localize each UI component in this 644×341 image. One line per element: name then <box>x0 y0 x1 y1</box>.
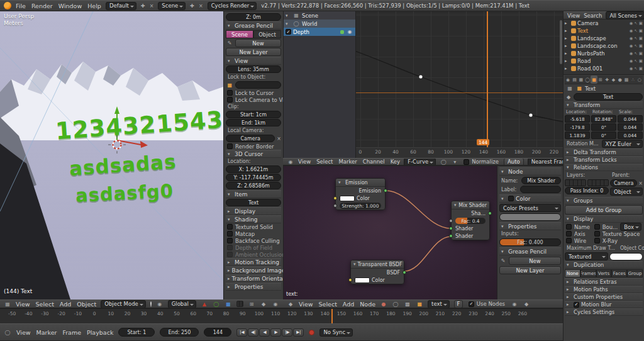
viewport-shading-icon[interactable] <box>150 301 152 307</box>
bounds-type-select[interactable]: Box <box>620 223 641 231</box>
channel-scene[interactable]: ▾▦Scene <box>284 11 355 20</box>
node-color-swatch[interactable] <box>499 213 561 221</box>
menu-item[interactable]: Frame <box>62 329 81 336</box>
outliner-display-select[interactable]: All Scenes <box>606 11 644 20</box>
record-icon[interactable] <box>309 330 314 335</box>
duplication-option[interactable]: Verts <box>596 269 612 277</box>
transport-button[interactable]: |▶ <box>282 328 292 337</box>
renderability-icon[interactable]: ▣ <box>639 51 643 56</box>
collapsed-panel-header[interactable]: ▸Transform Orientations <box>226 274 281 282</box>
grease-pencil-panel-header[interactable]: ▾Grease Pencil <box>499 247 561 255</box>
grease-scene-tab[interactable]: Scene <box>226 30 253 38</box>
add-to-group-button[interactable]: Add to Group <box>565 205 643 215</box>
z-field[interactable]: Z: 0m <box>226 13 281 21</box>
menu-item[interactable]: View <box>299 301 313 308</box>
selectability-icon[interactable]: ↖ <box>634 43 637 48</box>
timeline-ruler[interactable]: -50-40-30-20-100102030405060708090100110… <box>0 308 563 323</box>
bounds-checkbox[interactable]: Bou...Box <box>593 223 643 230</box>
outliner-view-menu[interactable]: View <box>567 13 580 19</box>
constraints-tab[interactable]: ⊞ <box>597 75 604 84</box>
screen-layout-select[interactable]: Default <box>106 2 136 10</box>
graph-mode-select[interactable]: F-Curve <box>404 158 436 165</box>
use-color-checkbox[interactable] <box>508 196 514 201</box>
render-engine-select[interactable]: Cycles Render <box>208 2 257 10</box>
layers-widget[interactable] <box>236 301 243 307</box>
graph-editor-canvas[interactable]: 144 020406080100120140160180200220 <box>355 11 563 158</box>
menu-item[interactable]: View <box>16 329 31 336</box>
render-tab[interactable]: ◉ <box>565 75 571 84</box>
menu-item[interactable]: Marker <box>36 329 57 336</box>
texture-tab[interactable]: ▩ <box>623 75 630 84</box>
modifiers-tab[interactable]: ✚ <box>604 75 610 84</box>
collapsed-panel-header[interactable]: ▸✓Relations Extras <box>565 278 643 286</box>
current-frame-line[interactable] <box>487 11 488 158</box>
scale-z-field[interactable]: 0.044 <box>618 131 643 139</box>
renderability-icon[interactable]: ▣ <box>639 59 643 64</box>
menu-item[interactable]: Key <box>391 159 400 165</box>
layers-grid-right[interactable] <box>587 179 609 186</box>
transport-button[interactable]: |◀ <box>236 328 247 337</box>
menu-item[interactable]: Select <box>316 159 333 165</box>
shader-output-socket[interactable] <box>488 211 492 215</box>
emission-node[interactable]: ▾Emission Emission Color Strength: 1.000 <box>335 178 386 210</box>
collapsed-panel-header[interactable]: ▸✓Motion Paths <box>565 286 643 293</box>
renderability-icon[interactable]: ▣ <box>639 21 643 26</box>
scrollbar[interactable] <box>560 20 562 64</box>
relations-panel-header[interactable]: ▾Relations <box>565 164 643 171</box>
wire-checkbox[interactable]: Wire <box>565 237 592 244</box>
lens-field[interactable]: Lens: 35mm <box>226 65 281 73</box>
visibility-eye-icon[interactable]: ◉ <box>630 28 633 33</box>
snap-select[interactable]: Nearest Frame <box>528 158 563 165</box>
menu-item[interactable]: Marker <box>338 159 357 165</box>
rotation-y-field[interactable]: 0° <box>591 123 616 131</box>
menu-item[interactable]: Select <box>319 301 337 308</box>
clear-parent-icon[interactable]: × <box>638 181 643 186</box>
color-swatch[interactable] <box>355 277 370 283</box>
outliner-item[interactable]: ▸ Landscape ◉↖▣ <box>564 35 644 42</box>
delta-transform-panel-header[interactable]: ▸Delta Transform <box>565 148 643 156</box>
menu-item[interactable]: View <box>298 159 311 165</box>
scene-select[interactable]: Scene <box>158 2 186 10</box>
properties-panel-header[interactable]: ▾Properties <box>499 222 561 230</box>
editor-type-icon[interactable]: ◆ <box>287 300 294 308</box>
location-x-field[interactable]: -5.618 <box>565 115 590 123</box>
frame-start-field[interactable]: Start: 1 <box>118 328 155 337</box>
rotation-z-field[interactable]: 0° <box>591 131 616 139</box>
display-panel-header[interactable]: ▾Display <box>565 215 643 223</box>
new-layer-button[interactable]: New Layer <box>226 48 281 56</box>
snap-magnet-icon[interactable]: ◆ <box>260 300 267 308</box>
item-name-field[interactable]: Text <box>226 199 281 206</box>
location-z-field[interactable]: 1.1839 <box>565 131 590 139</box>
add-layout-icon[interactable]: ✚ <box>141 3 145 9</box>
renderability-icon[interactable]: ▣ <box>639 28 643 33</box>
selectability-icon[interactable]: ↖ <box>634 28 637 33</box>
lock-to-cursor-checkbox[interactable]: Lock to Cursor <box>226 89 281 96</box>
duplication-option[interactable]: Faces <box>611 269 627 277</box>
transparent-bsdf-node[interactable]: ▾Transparent BSDF BSDF Color <box>350 260 404 284</box>
axis-checkbox[interactable]: Axis <box>565 230 592 237</box>
manipulator-scale-icon[interactable]: ■ <box>225 300 232 308</box>
keyframe-point[interactable] <box>529 113 532 116</box>
cursor-y-field[interactable]: Y: -117.74445m <box>226 174 281 181</box>
transport-button[interactable]: ▶| <box>293 328 304 337</box>
visibility-eye-icon[interactable]: ◉ <box>630 36 633 41</box>
collapsed-panel-header[interactable]: ▸Properties <box>226 282 281 291</box>
fac-slider[interactable]: Fac: 0.400 <box>499 238 561 246</box>
outliner-search-menu[interactable]: Search <box>584 13 602 19</box>
frame-end-field[interactable]: End: 250 <box>160 328 199 337</box>
graph-frame-ruler[interactable]: 020406080100120140160180200220 <box>356 147 563 158</box>
visibility-eye-icon[interactable]: ◉ <box>630 51 633 56</box>
grease-pencil-panel-header[interactable]: ▾Grease Pencil <box>226 21 281 30</box>
node-editor-canvas[interactable]: ▾Emission Emission Color Strength: 1.000… <box>283 165 497 299</box>
menu-item[interactable]: Render <box>31 3 53 9</box>
renderability-icon[interactable]: ▣ <box>639 66 643 71</box>
texture-space-checkbox[interactable]: Texture Space <box>593 230 643 237</box>
menu-item[interactable]: Object <box>77 301 96 308</box>
filter-icon[interactable]: ▾ <box>451 158 458 165</box>
channel-world[interactable]: ▾◯World <box>284 20 355 28</box>
outliner-item[interactable]: ▸ Text ◉↖▣ <box>564 27 644 35</box>
menu-item[interactable]: Playback <box>87 329 113 336</box>
object-tab[interactable]: ■ <box>591 75 597 84</box>
shader-output-socket[interactable] <box>384 189 387 193</box>
menu-item[interactable]: Window <box>58 3 82 9</box>
